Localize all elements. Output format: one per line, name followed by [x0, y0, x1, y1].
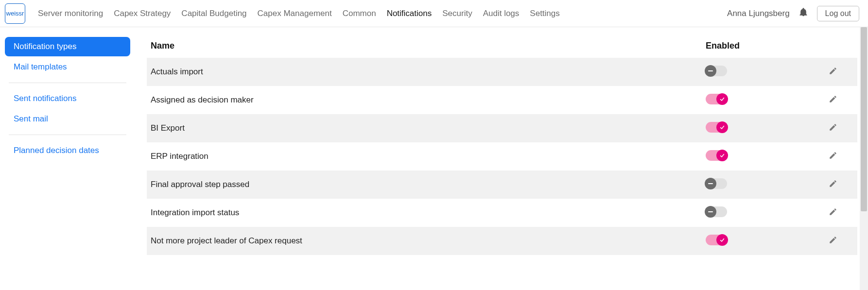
pencil-icon[interactable]: [829, 179, 837, 188]
table-body: Actuals importAssigned as decision maker…: [147, 58, 857, 255]
enabled-toggle[interactable]: [706, 66, 727, 76]
username: Anna Ljungsberg: [727, 9, 790, 18]
nav-item-security[interactable]: Security: [442, 9, 472, 18]
sidebar-item-sent-mail[interactable]: Sent mail: [5, 109, 130, 129]
column-header-name: Name: [147, 36, 702, 58]
nav-item-settings[interactable]: Settings: [530, 9, 559, 18]
sidebar-item-notification-types[interactable]: Notification types: [5, 37, 130, 56]
row-name: Actuals import: [147, 58, 702, 86]
check-icon: [716, 121, 728, 133]
row-name: Assigned as decision maker: [147, 86, 702, 114]
nav-item-audit-logs[interactable]: Audit logs: [483, 9, 520, 18]
nav-item-server-monitoring[interactable]: Server monitoring: [38, 9, 103, 18]
pencil-icon[interactable]: [829, 207, 837, 216]
sidebar: Notification typesMail templatesSent not…: [0, 27, 135, 255]
enabled-toggle[interactable]: [706, 150, 727, 161]
row-edit-cell: [809, 58, 857, 86]
user-area: Anna Ljungsberg Log out: [727, 6, 859, 21]
bell-icon[interactable]: [799, 7, 808, 19]
row-edit-cell: [809, 114, 857, 142]
scrollbar[interactable]: [860, 27, 868, 290]
table-row: BI Export: [147, 114, 857, 142]
row-name: Not more project leader of Capex request: [147, 227, 702, 255]
column-header-enabled: Enabled: [702, 36, 809, 58]
row-edit-cell: [809, 199, 857, 227]
pencil-icon[interactable]: [829, 151, 837, 160]
row-name: Integration import status: [147, 199, 702, 227]
nav-item-capital-budgeting[interactable]: Capital Budgeting: [181, 9, 246, 18]
column-header-edit: [809, 36, 857, 58]
row-enabled-cell: [702, 199, 809, 227]
row-enabled-cell: [702, 58, 809, 86]
table-row: Actuals import: [147, 58, 857, 86]
enabled-toggle[interactable]: [706, 206, 727, 217]
scrollbar-thumb[interactable]: [861, 27, 867, 211]
minus-icon: [705, 65, 716, 77]
pencil-icon[interactable]: [829, 95, 837, 103]
logo[interactable]: weissr: [5, 3, 25, 24]
pencil-icon[interactable]: [829, 67, 837, 75]
row-enabled-cell: [702, 114, 809, 142]
nav-item-common[interactable]: Common: [343, 9, 376, 18]
row-name: ERP integration: [147, 142, 702, 171]
check-icon: [716, 234, 728, 246]
row-enabled-cell: [702, 142, 809, 171]
row-name: BI Export: [147, 114, 702, 142]
table-row: Final approval step passed: [147, 171, 857, 199]
table-row: Integration import status: [147, 199, 857, 227]
minus-icon: [705, 206, 716, 218]
top-nav: Server monitoringCapex StrategyCapital B…: [38, 9, 723, 18]
topbar: weissr Server monitoringCapex StrategyCa…: [0, 0, 868, 27]
table-row: Assigned as decision maker: [147, 86, 857, 114]
notification-types-table: Name Enabled Actuals importAssigned as d…: [147, 36, 857, 255]
sidebar-divider: [9, 135, 126, 135]
row-enabled-cell: [702, 86, 809, 114]
pencil-icon[interactable]: [829, 236, 837, 244]
row-edit-cell: [809, 142, 857, 171]
enabled-toggle[interactable]: [706, 122, 727, 133]
check-icon: [716, 150, 728, 161]
minus-icon: [705, 178, 716, 189]
sidebar-item-sent-notifications[interactable]: Sent notifications: [5, 89, 130, 108]
check-icon: [716, 93, 728, 105]
nav-item-capex-management[interactable]: Capex Management: [258, 9, 332, 18]
logout-button[interactable]: Log out: [817, 6, 859, 21]
table-row: Not more project leader of Capex request: [147, 227, 857, 255]
sidebar-item-mail-templates[interactable]: Mail templates: [5, 57, 130, 77]
nav-item-capex-strategy[interactable]: Capex Strategy: [114, 9, 171, 18]
pencil-icon[interactable]: [829, 123, 837, 132]
nav-item-notifications[interactable]: Notifications: [387, 9, 432, 18]
table-row: ERP integration: [147, 142, 857, 171]
row-edit-cell: [809, 86, 857, 114]
row-name: Final approval step passed: [147, 171, 702, 199]
sidebar-item-planned-decision-dates[interactable]: Planned decision dates: [5, 141, 130, 160]
row-enabled-cell: [702, 171, 809, 199]
row-edit-cell: [809, 171, 857, 199]
enabled-toggle[interactable]: [706, 235, 727, 245]
sidebar-divider: [9, 83, 126, 83]
main-content: Name Enabled Actuals importAssigned as d…: [135, 27, 868, 255]
enabled-toggle[interactable]: [706, 94, 727, 104]
row-enabled-cell: [702, 227, 809, 255]
row-edit-cell: [809, 227, 857, 255]
enabled-toggle[interactable]: [706, 178, 727, 189]
